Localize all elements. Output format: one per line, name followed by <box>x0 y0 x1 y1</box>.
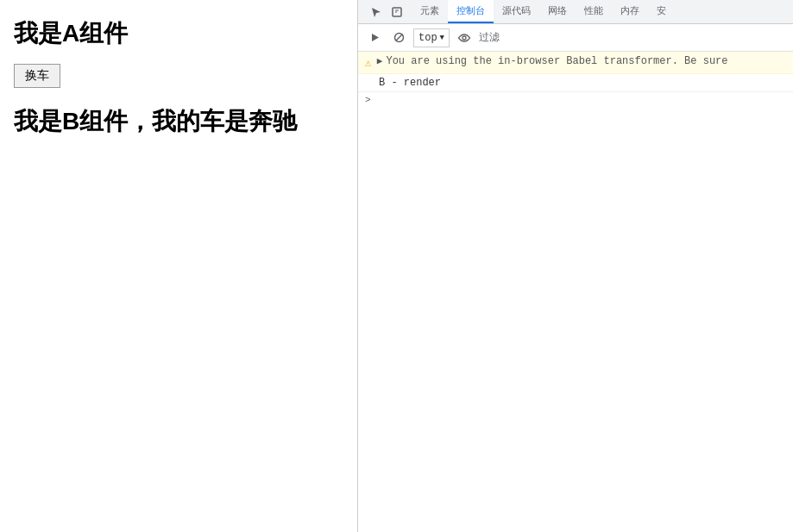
expand-icon[interactable]: > <box>365 95 371 105</box>
inspect-icon[interactable] <box>387 3 406 22</box>
devtools-tab-icons <box>362 0 412 23</box>
warning-text: You are using the in-browser Babel trans… <box>386 55 727 67</box>
warning-row: ⚠ ▶ You are using the in-browser Babel t… <box>358 52 793 74</box>
run-icon[interactable] <box>365 28 384 47</box>
tab-security[interactable]: 安 <box>648 0 675 23</box>
warning-expand-arrow[interactable]: ▶ <box>377 55 383 66</box>
context-selector[interactable]: top ▼ <box>413 28 450 47</box>
log-text: B - render <box>379 77 441 89</box>
tab-sources[interactable]: 源代码 <box>494 0 539 23</box>
block-icon[interactable] <box>389 28 408 47</box>
devtools-toolbar: top ▼ 过滤 <box>358 24 793 52</box>
cursor-icon[interactable] <box>367 3 386 22</box>
component-b-text: 我是B组件，我的车是奔驰 <box>14 105 343 138</box>
change-car-button[interactable]: 换车 <box>14 64 60 88</box>
component-a-title: 我是A组件 <box>14 17 343 50</box>
eye-icon[interactable] <box>455 28 474 47</box>
log-row: B - render <box>358 74 793 92</box>
tab-performance[interactable]: 性能 <box>576 0 612 23</box>
devtools-panel: 元素 控制台 源代码 网络 性能 内存 安 <box>358 0 793 532</box>
devtools-tab-bar: 元素 控制台 源代码 网络 性能 内存 安 <box>358 0 793 24</box>
svg-line-3 <box>395 34 402 41</box>
tab-memory[interactable]: 内存 <box>612 0 648 23</box>
expand-row[interactable]: > <box>358 92 793 108</box>
warning-icon: ⚠ <box>365 56 372 70</box>
console-content: ⚠ ▶ You are using the in-browser Babel t… <box>358 52 793 532</box>
svg-point-4 <box>463 36 466 40</box>
svg-marker-1 <box>372 34 379 41</box>
chevron-down-icon: ▼ <box>440 34 444 42</box>
filter-label: 过滤 <box>479 30 500 45</box>
app-panel: 我是A组件 换车 我是B组件，我的车是奔驰 <box>0 0 358 532</box>
tab-console[interactable]: 控制台 <box>448 0 494 23</box>
tab-elements[interactable]: 元素 <box>412 0 448 23</box>
tab-network[interactable]: 网络 <box>539 0 576 23</box>
